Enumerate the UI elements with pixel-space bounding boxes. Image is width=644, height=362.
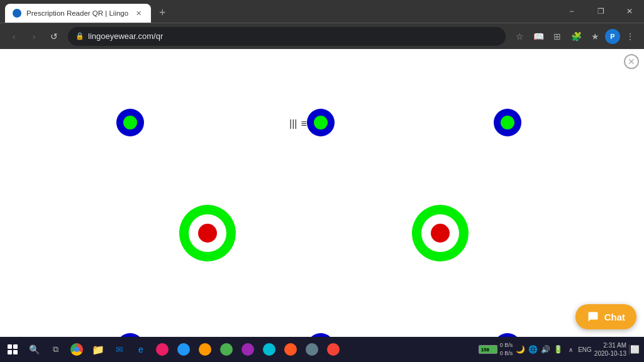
taskbar-app9[interactable] <box>323 339 343 359</box>
battery-text: 158 <box>480 347 489 353</box>
tab-close-button[interactable]: ✕ <box>133 8 143 18</box>
tab-favicon <box>13 9 21 18</box>
taskbar-app6[interactable] <box>259 339 279 359</box>
window-controls: − ❐ ✕ <box>557 0 644 23</box>
taskbar-mail[interactable]: ✉ <box>109 339 130 359</box>
volume-icon: 🔊 <box>540 344 550 354</box>
new-tab-button[interactable]: + <box>153 4 171 21</box>
chat-button[interactable]: Chat <box>575 304 636 329</box>
url-box[interactable]: 🔒 lingoeyewear.com/qr <box>68 27 506 46</box>
tab-title: Prescription Reader QR | Liingo <box>26 9 128 17</box>
bookmark-icon[interactable]: ☆ <box>511 28 528 45</box>
network-up: 0 B/s <box>500 341 513 349</box>
back-button[interactable]: ‹ <box>5 28 23 45</box>
date-display: 2020-10-13 <box>594 349 626 358</box>
battery-indicator: 158 <box>479 345 497 354</box>
up-arrow-icon[interactable]: ∧ <box>565 344 575 354</box>
system-tray: 158 0 B/s 0 B/s 🌙 🌐 🔊 🔋 ∧ ENG 2:31 AM 20… <box>479 341 641 358</box>
app6-icon <box>263 343 275 356</box>
dot-bot-left <box>116 333 144 337</box>
file-explorer-icon: 📁 <box>92 344 104 356</box>
taskbar-file-explorer[interactable]: 📁 <box>88 339 108 359</box>
center-calibration-icons: ||| ≡ <box>289 118 307 129</box>
windows-logo-icon <box>8 344 18 354</box>
edge-icon: e <box>138 344 143 354</box>
menu-icon[interactable]: ⋮ <box>621 28 639 45</box>
menu-lines-icon: ≡ <box>301 118 306 129</box>
app2-icon <box>177 343 190 356</box>
taskbar-app7[interactable] <box>280 339 301 359</box>
address-bar: ‹ › ↺ 🔒 lingoeyewear.com/qr ☆ 📖 ⊞ 🧩 ★ P … <box>0 23 644 49</box>
app5-icon <box>242 343 254 356</box>
show-desktop-icon[interactable]: ⬜ <box>629 344 639 354</box>
extensions-icon[interactable]: 🧩 <box>567 28 585 45</box>
dot-top-left <box>116 109 144 136</box>
minimize-button[interactable]: − <box>557 0 586 23</box>
target-mid-left <box>179 205 236 261</box>
favorites-icon[interactable]: ★ <box>586 28 604 45</box>
network-down: 0 B/s <box>500 349 513 358</box>
app7-icon <box>284 343 297 356</box>
mail-icon: ✉ <box>116 344 123 354</box>
overlay-close-button[interactable]: ✕ <box>624 54 639 69</box>
taskbar-chrome[interactable] <box>67 339 87 359</box>
dot-top-center <box>307 109 335 136</box>
chrome-icon <box>70 343 83 356</box>
search-icon: 🔍 <box>29 344 40 354</box>
lines-icon: ||| <box>289 118 297 129</box>
app9-icon <box>327 343 340 356</box>
taskbar-search[interactable]: 🔍 <box>24 339 44 359</box>
clock: 2:31 AM 2020-10-13 <box>594 341 626 358</box>
taskview-icon: ⧉ <box>53 344 58 354</box>
dot-bot-center <box>307 333 335 337</box>
refresh-button[interactable]: ↺ <box>45 28 63 45</box>
taskbar-app2[interactable] <box>174 339 194 359</box>
battery-icon: 🔋 <box>553 344 563 354</box>
lock-icon: 🔒 <box>75 32 84 40</box>
tab-bar: Prescription Reader QR | Liingo ✕ + − ❐ … <box>0 0 644 23</box>
chat-icon <box>587 310 599 323</box>
taskbar-app4[interactable] <box>216 339 236 359</box>
moon-icon: 🌙 <box>515 344 525 354</box>
dot-top-right <box>494 109 521 136</box>
target-mid-right <box>412 205 469 261</box>
restore-button[interactable]: ❐ <box>586 0 615 23</box>
taskbar-app3[interactable] <box>195 339 215 359</box>
collections-icon[interactable]: ⊞ <box>548 28 566 45</box>
taskbar: 🔍 ⧉ 📁 ✉ e <box>0 337 644 362</box>
network-info: 0 B/s 0 B/s <box>500 341 513 357</box>
taskbar-app8[interactable] <box>302 339 322 359</box>
forward-button[interactable]: › <box>25 28 43 45</box>
app8-icon <box>306 343 318 356</box>
language-indicator: ENG <box>578 346 592 354</box>
close-button[interactable]: ✕ <box>615 0 644 23</box>
chat-label: Chat <box>604 312 625 322</box>
browser-window: Prescription Reader QR | Liingo ✕ + − ❐ … <box>0 0 644 362</box>
page-content: ✕ ||| ≡ <box>0 49 644 337</box>
reader-icon[interactable]: 📖 <box>530 28 547 45</box>
app1-icon <box>156 343 169 356</box>
time-display: 2:31 AM <box>594 341 626 349</box>
start-button[interactable] <box>3 339 23 359</box>
language-text: ENG <box>578 346 592 354</box>
active-tab[interactable]: Prescription Reader QR | Liingo ✕ <box>5 4 151 23</box>
taskbar-taskview[interactable]: ⧉ <box>45 339 65 359</box>
profile-avatar[interactable]: P <box>605 29 620 44</box>
address-actions: ☆ 📖 ⊞ 🧩 ★ P ⋮ <box>511 28 639 45</box>
app4-icon <box>220 343 233 356</box>
taskbar-app1[interactable] <box>152 339 172 359</box>
url-text: lingoeyewear.com/qr <box>88 31 498 41</box>
taskbar-edge[interactable]: e <box>131 339 151 359</box>
taskbar-apps: 📁 ✉ e <box>67 339 477 359</box>
app3-icon <box>199 343 211 356</box>
dot-bot-right <box>494 333 521 337</box>
taskbar-app5[interactable] <box>238 339 258 359</box>
network-icon: 🌐 <box>528 344 538 354</box>
